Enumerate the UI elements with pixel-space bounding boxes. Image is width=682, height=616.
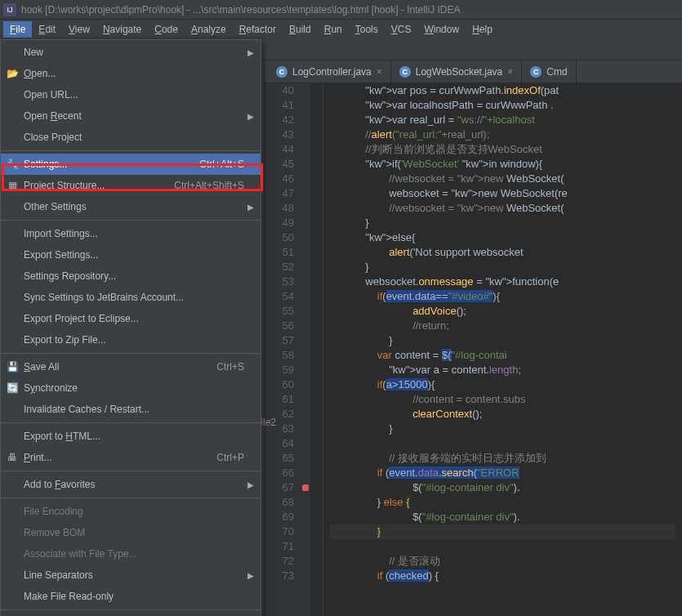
menubar-item-vcs[interactable]: VCS <box>385 21 418 38</box>
line-number[interactable]: 52 <box>265 260 294 275</box>
menubar-item-window[interactable]: Window <box>417 21 466 38</box>
menu-item-export-to-html[interactable]: Export to HTML... <box>1 426 261 447</box>
code-line[interactable]: } else { <box>330 495 675 510</box>
line-number[interactable]: 49 <box>265 216 294 230</box>
menu-item-add-to-favorites[interactable]: Add to Favorites▶ <box>1 474 261 495</box>
code-line[interactable]: addVoice(); <box>330 304 675 319</box>
code-line[interactable]: $("#log-container div"). <box>330 510 675 524</box>
line-number[interactable]: 67 <box>265 480 294 495</box>
code-line[interactable]: } <box>330 524 675 539</box>
menu-item-export-project-to-eclipse[interactable]: Export Project to Eclipse... <box>1 308 261 329</box>
menubar-item-tools[interactable]: Tools <box>349 21 385 38</box>
editor-tab[interactable]: CCmd <box>522 60 576 83</box>
breakpoint-column[interactable] <box>301 83 310 616</box>
menu-item-line-separators[interactable]: Line Separators▶ <box>1 565 261 586</box>
code-line[interactable]: if(event.data=="#video#"){ <box>330 289 675 304</box>
code-line[interactable]: //判断当前浏览器是否支持WebSocket <box>330 142 675 157</box>
code-line[interactable]: "kw">var pos = curWwwPath.indexOf(pat <box>330 83 675 98</box>
code-line[interactable]: $("#log-container div"). <box>330 480 675 495</box>
code-text[interactable]: "kw">var pos = curWwwPath.indexOf(pat "k… <box>323 83 682 616</box>
code-line[interactable]: //return; <box>330 319 675 333</box>
code-line[interactable]: alert('Not support websocket <box>330 245 675 260</box>
editor-tab[interactable]: CLogWebSocket.java× <box>391 60 523 83</box>
menu-item-other-settings[interactable]: Other Settings▶ <box>1 196 261 217</box>
line-number[interactable]: 59 <box>265 363 294 377</box>
menu-item-settings[interactable]: 🔧Settings...Ctrl+Alt+S <box>1 154 261 175</box>
code-line[interactable]: //alert("real_url:"+real_url); <box>330 127 675 142</box>
menu-item-sync-settings-to-jetbrains-account[interactable]: Sync Settings to JetBrains Account... <box>1 287 261 308</box>
code-line[interactable]: if (event.data.search("ERROR <box>330 466 675 480</box>
close-icon[interactable]: × <box>507 66 513 78</box>
menu-item-open-recent[interactable]: Open Recent▶ <box>1 105 261 127</box>
menubar-item-edit[interactable]: Edit <box>32 21 62 38</box>
menu-item-export-to-zip-file[interactable]: Export to Zip File... <box>1 329 261 350</box>
code-line[interactable] <box>330 436 675 451</box>
menu-item-close-project[interactable]: Close Project <box>1 127 261 148</box>
code-line[interactable]: } <box>330 216 675 230</box>
code-line[interactable]: } <box>330 333 675 348</box>
menubar-item-file[interactable]: File <box>3 21 32 38</box>
code-line[interactable]: "kw">else{ <box>330 230 675 245</box>
menu-item-print[interactable]: 🖶Print...Ctrl+P <box>1 447 261 468</box>
menu-item-synchronize[interactable]: 🔄Synchronize <box>1 377 261 399</box>
breakpoint-icon[interactable] <box>302 484 309 491</box>
code-line[interactable] <box>330 539 675 554</box>
menu-item-import-settings[interactable]: Import Settings... <box>1 223 261 244</box>
menubar-item-help[interactable]: Help <box>466 21 499 38</box>
menubar-item-refactor[interactable]: Refactor <box>233 21 283 38</box>
editor-tab[interactable]: CLogController.java× <box>268 60 391 83</box>
code-line[interactable]: clearContext(); <box>330 407 675 422</box>
menu-item-save-all[interactable]: 💾Save AllCtrl+S <box>1 356 261 377</box>
code-line[interactable]: //websocket = "kw">new WebSocket( <box>330 201 675 216</box>
line-number[interactable]: 42 <box>265 113 294 127</box>
code-line[interactable]: "kw">if('WebSocket' "kw">in window){ <box>330 157 675 172</box>
line-number[interactable]: 54 <box>265 289 294 304</box>
line-number[interactable]: 45 <box>265 157 294 172</box>
line-number[interactable]: 70 <box>265 524 294 539</box>
code-line[interactable]: } <box>330 260 675 275</box>
code-line[interactable]: "kw">var a = content.length; <box>330 363 675 377</box>
line-number[interactable]: 60 <box>265 377 294 392</box>
line-number[interactable]: 66 <box>265 466 294 480</box>
menu-item-export-settings[interactable]: Export Settings... <box>1 244 261 266</box>
line-number[interactable]: 48 <box>265 201 294 216</box>
line-number[interactable]: 57 <box>265 333 294 348</box>
code-line[interactable]: if(a>15000){ <box>330 377 675 392</box>
menubar-item-build[interactable]: Build <box>283 21 318 38</box>
line-number[interactable]: 44 <box>265 142 294 157</box>
menubar-item-run[interactable]: Run <box>318 21 349 38</box>
line-number[interactable]: 72 <box>265 554 294 569</box>
code-line[interactable]: //websocket = "kw">new WebSocket( <box>330 172 675 186</box>
menubar-item-navigate[interactable]: Navigate <box>96 21 148 38</box>
line-number[interactable]: 56 <box>265 319 294 333</box>
line-number[interactable]: 61 <box>265 392 294 407</box>
code-line[interactable]: "kw">var localhostPath = curWwwPath . <box>330 98 675 113</box>
code-line[interactable]: if (checked) { <box>330 569 675 583</box>
code-line[interactable]: //content = content.subs <box>330 392 675 407</box>
menu-item-invalidate-caches-restart[interactable]: Invalidate Caches / Restart... <box>1 399 261 420</box>
menubar-item-analyze[interactable]: Analyze <box>185 21 233 38</box>
code-line[interactable]: websocket.onmessage = "kw">function(e <box>330 275 675 289</box>
menu-item-new[interactable]: New▶ <box>1 42 261 63</box>
line-number[interactable]: 71 <box>265 539 294 554</box>
line-number[interactable]: 68 <box>265 495 294 510</box>
line-number[interactable]: 50 <box>265 230 294 245</box>
line-number[interactable]: 40 <box>265 83 294 98</box>
menu-item-open-url[interactable]: Open URL... <box>1 84 261 105</box>
menubar-item-view[interactable]: View <box>62 21 96 38</box>
line-number[interactable]: 51 <box>265 245 294 260</box>
code-area[interactable]: 4041424344454647484950515253545556575859… <box>265 83 682 616</box>
code-line[interactable]: var content = $("#log-contai <box>330 348 675 363</box>
line-number[interactable]: 53 <box>265 275 294 289</box>
line-number[interactable]: 41 <box>265 98 294 113</box>
fold-column[interactable] <box>310 83 323 616</box>
line-number[interactable]: 47 <box>265 186 294 201</box>
line-number[interactable]: 73 <box>265 569 294 583</box>
line-number[interactable]: 58 <box>265 348 294 363</box>
menu-item-power-save-mode[interactable]: Power Save Mode <box>1 613 261 616</box>
menu-item-settings-repository[interactable]: Settings Repository... <box>1 266 261 287</box>
line-number[interactable]: 69 <box>265 510 294 524</box>
close-icon[interactable]: × <box>377 66 382 78</box>
code-line[interactable]: // 接收服务端的实时日志并添加到 <box>330 451 675 466</box>
code-line[interactable]: "kw">var real_url = "ws://"+localhost <box>330 113 675 127</box>
